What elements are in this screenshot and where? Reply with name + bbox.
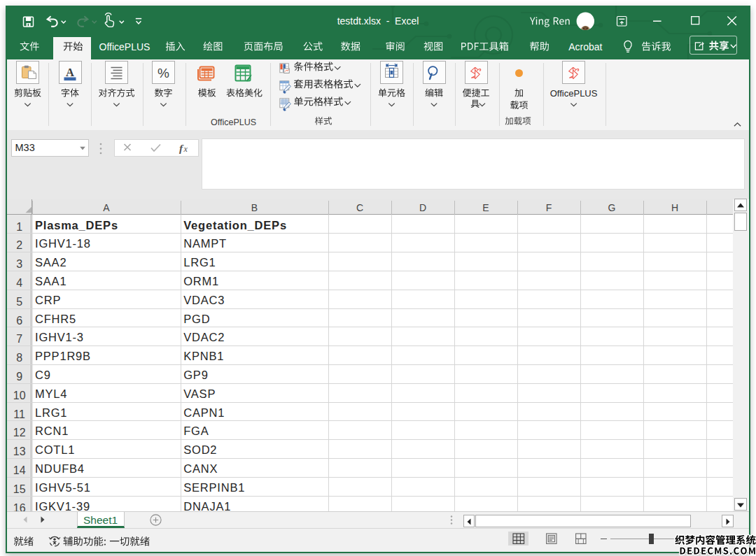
svg-text:x: x: [183, 144, 188, 154]
svg-text:%: %: [158, 66, 169, 80]
svg-text:A: A: [66, 66, 74, 79]
